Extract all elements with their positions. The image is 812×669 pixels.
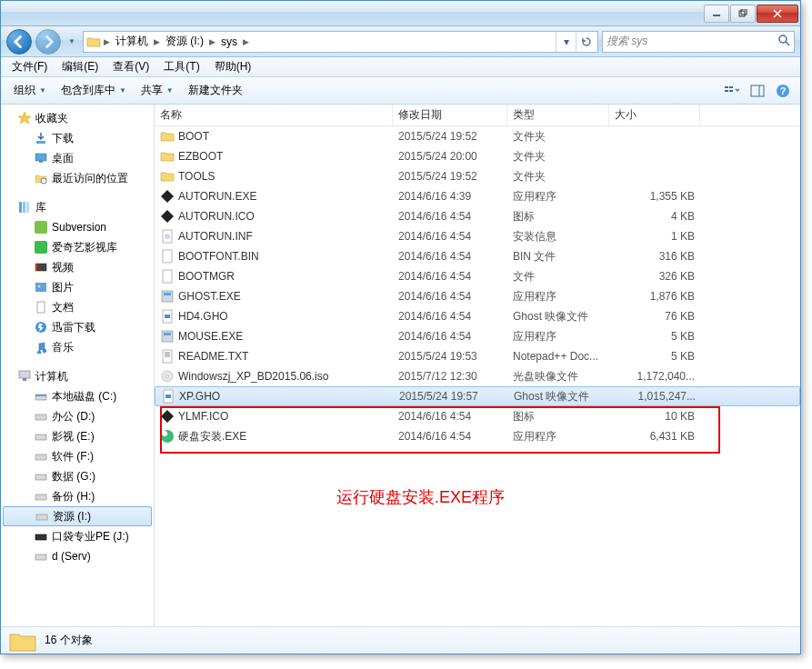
breadcrumb-sep-icon[interactable]: ▶ — [102, 37, 112, 46]
sidebar-favorites-header[interactable]: 收藏夹 — [1, 108, 154, 128]
file-row[interactable]: HD4.GHO2014/6/16 4:54Ghost 映像文件76 KB — [155, 306, 800, 326]
share-button[interactable]: 共享▼ — [134, 79, 181, 102]
svg-rect-38 — [35, 494, 46, 500]
column-header-size[interactable]: 大小 — [609, 105, 700, 125]
file-type: Ghost 映像文件 — [508, 389, 610, 404]
file-date: 2015/7/12 12:30 — [393, 370, 507, 383]
file-type: 文件 — [507, 269, 609, 285]
sidebar-drive-f[interactable]: 软件 (F:) — [1, 446, 154, 466]
file-type: 图标 — [507, 209, 609, 225]
breadcrumb-drive[interactable]: 资源 (I:) — [162, 32, 207, 52]
sidebar-item-downloads[interactable]: 下载 — [1, 128, 154, 148]
sidebar-item-pictures[interactable]: 图片 — [1, 277, 154, 297]
file-row[interactable]: BOOTFONT.BIN2014/6/16 4:54BIN 文件316 KB — [155, 246, 800, 266]
menu-file[interactable]: 文件(F) — [5, 57, 55, 76]
sidebar-drive-d[interactable]: 办公 (D:) — [1, 406, 154, 426]
file-row[interactable]: MOUSE.EXE2014/6/16 4:54应用程序5 KB — [155, 326, 800, 346]
breadcrumb-sep-icon[interactable]: ▶ — [152, 37, 162, 46]
file-icon — [160, 129, 175, 144]
minimize-button[interactable] — [704, 5, 729, 23]
file-row[interactable]: BOOT2015/5/24 19:52文件夹 — [155, 126, 800, 146]
breadcrumb-sep-icon[interactable]: ▶ — [207, 37, 217, 46]
sidebar-drive-e[interactable]: 影视 (E:) — [1, 426, 154, 446]
file-row[interactable]: AUTORUN.ICO2014/6/16 4:54图标4 KB — [155, 206, 800, 226]
file-row[interactable]: EZBOOT2015/5/24 20:00文件夹 — [155, 146, 800, 166]
file-row[interactable]: TOOLS2015/5/24 19:52文件夹 — [155, 166, 800, 186]
sidebar-drive-i[interactable]: 资源 (I:) — [3, 506, 152, 526]
sidebar-item-videos[interactable]: 视频 — [1, 257, 154, 277]
videos-icon — [34, 260, 48, 275]
nav-pane[interactable]: 收藏夹 下载 桌面 最近访问的位置 库 Subversion 爱奇艺影视库 视频… — [1, 105, 155, 626]
address-bar[interactable]: ▶ 计算机 ▶ 资源 (I:) ▶ sys ▶ ▾ — [83, 31, 598, 53]
breadcrumb-sep-icon[interactable]: ▶ — [241, 37, 251, 46]
file-name: MOUSE.EXE — [178, 330, 243, 343]
sidebar-item-iqiyi[interactable]: 爱奇艺影视库 — [1, 237, 154, 257]
file-row[interactable]: Windowszj_XP_BD2015.06.iso2015/7/12 12:3… — [155, 366, 800, 386]
file-rows[interactable]: BOOT2015/5/24 19:52文件夹EZBOOT2015/5/24 20… — [155, 126, 800, 626]
file-row[interactable]: YLMF.ICO2014/6/16 4:54图标10 KB — [155, 406, 800, 426]
svg-rect-10 — [729, 90, 733, 92]
file-row[interactable]: GHOST.EXE2014/6/16 4:54应用程序1,876 KB — [155, 286, 800, 306]
menu-tools[interactable]: 工具(T) — [156, 57, 206, 76]
svg-rect-22 — [35, 221, 47, 234]
menu-view[interactable]: 查看(V) — [105, 57, 156, 76]
file-row[interactable]: XP.GHO2015/5/24 19:57Ghost 映像文件1,015,247… — [155, 386, 800, 406]
menu-edit[interactable]: 编辑(E) — [55, 57, 105, 76]
view-options-button[interactable] — [720, 81, 744, 101]
column-header-date[interactable]: 修改日期 — [393, 105, 507, 125]
svg-rect-26 — [35, 283, 46, 292]
documents-icon — [34, 300, 48, 315]
search-placeholder: 搜索 sys — [606, 34, 647, 49]
file-icon — [160, 329, 175, 344]
svg-rect-51 — [164, 333, 171, 335]
svg-rect-28 — [37, 302, 45, 313]
music-icon — [34, 340, 48, 354]
sidebar-item-documents[interactable]: 文档 — [1, 297, 154, 317]
svg-rect-11 — [751, 85, 764, 96]
sidebar-drive-h[interactable]: 备份 (H:) — [1, 486, 154, 506]
removable-drive-icon — [34, 529, 48, 544]
column-header-name[interactable]: 名称 — [155, 105, 393, 125]
sidebar-drive-j[interactable]: 口袋专业PE (J:) — [1, 526, 154, 546]
sidebar-drive-c[interactable]: 本地磁盘 (C:) — [1, 386, 154, 406]
new-folder-button[interactable]: 新建文件夹 — [181, 79, 250, 102]
svg-rect-50 — [162, 331, 173, 342]
sidebar-item-desktop[interactable]: 桌面 — [1, 148, 154, 168]
column-header-type[interactable]: 类型 — [507, 105, 609, 125]
breadcrumb-folder[interactable]: sys — [217, 32, 241, 52]
include-in-library-button[interactable]: 包含到库中▼ — [54, 79, 134, 102]
sidebar-libraries-header[interactable]: 库 — [1, 197, 154, 217]
file-date: 2015/5/24 20:00 — [393, 150, 507, 163]
file-icon — [160, 289, 175, 304]
file-row[interactable]: AUTORUN.INF2014/6/16 4:54安装信息1 KB — [155, 226, 800, 246]
file-name: AUTORUN.ICO — [178, 210, 255, 223]
file-row[interactable]: 硬盘安装.EXE2014/6/16 4:54应用程序6,431 KB — [155, 426, 800, 446]
refresh-button[interactable] — [576, 32, 596, 52]
sidebar-item-recent[interactable]: 最近访问的位置 — [1, 168, 154, 188]
help-button[interactable]: ? — [771, 81, 795, 101]
close-button[interactable] — [757, 5, 798, 23]
address-dropdown-button[interactable]: ▾ — [556, 32, 576, 52]
sidebar-drive-g[interactable]: 数据 (G:) — [1, 466, 154, 486]
file-date: 2014/6/16 4:54 — [393, 410, 507, 423]
sidebar-item-subversion[interactable]: Subversion — [1, 217, 154, 237]
breadcrumb-computer[interactable]: 计算机 — [112, 32, 152, 52]
preview-pane-button[interactable] — [746, 81, 769, 101]
sidebar-drive-network[interactable]: d (Serv) — [1, 546, 154, 566]
sidebar-computer-header[interactable]: 计算机 — [1, 366, 154, 386]
history-dropdown-icon[interactable]: ▼ — [68, 37, 75, 45]
file-row[interactable]: BOOTMGR2014/6/16 4:54文件326 KB — [155, 266, 800, 286]
search-box[interactable]: 搜索 sys — [602, 31, 795, 53]
forward-button[interactable] — [35, 29, 61, 55]
file-row[interactable]: AUTORUN.EXE2014/6/16 4:39应用程序1,355 KB — [155, 186, 800, 206]
sidebar-item-thunder[interactable]: 迅雷下载 — [1, 317, 154, 337]
file-size: 1,015,247... — [610, 390, 701, 403]
file-type: 安装信息 — [507, 229, 609, 245]
file-row[interactable]: README.TXT2015/5/24 19:53Notepad++ Doc..… — [155, 346, 800, 366]
maximize-button[interactable] — [730, 5, 756, 23]
menu-help[interactable]: 帮助(H) — [207, 57, 259, 76]
drive-icon — [34, 389, 48, 404]
sidebar-item-music[interactable]: 音乐 — [1, 337, 154, 357]
organize-button[interactable]: 组织▼ — [6, 79, 54, 102]
back-button[interactable] — [6, 29, 32, 55]
